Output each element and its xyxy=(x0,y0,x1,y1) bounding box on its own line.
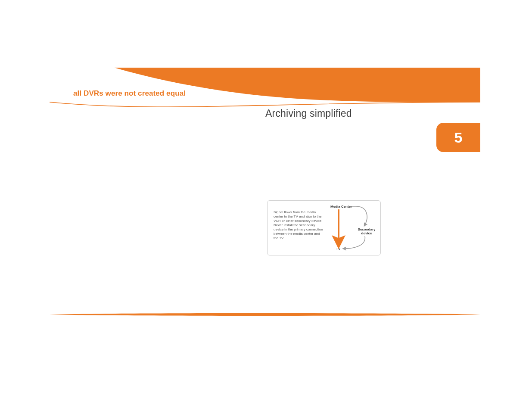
page-number: 5 xyxy=(454,129,463,146)
page: { "header": { "tagline": "all DVRs were … xyxy=(0,0,532,411)
page-number-tab: 5 xyxy=(436,123,480,152)
section-title: Archiving simplified xyxy=(265,108,352,119)
footer-rule xyxy=(50,313,480,316)
header-tagline: all DVRs were not created equal xyxy=(73,89,186,98)
diagram-arrows xyxy=(268,201,380,255)
arrow-secondary-to-tv-icon xyxy=(344,236,365,249)
arrow-media-to-secondary-icon xyxy=(356,206,367,225)
signal-flow-diagram: Signal flows from the media center to th… xyxy=(267,200,381,255)
